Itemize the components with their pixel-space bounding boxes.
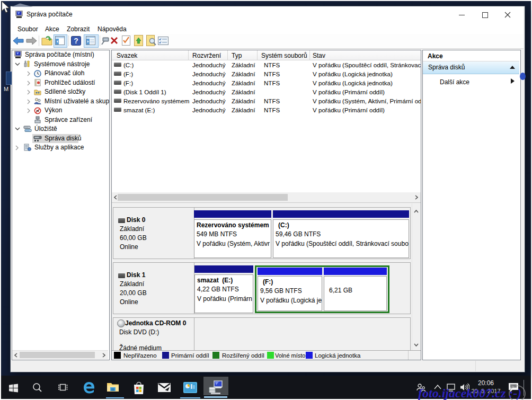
- svg-text:?: ?: [74, 37, 78, 45]
